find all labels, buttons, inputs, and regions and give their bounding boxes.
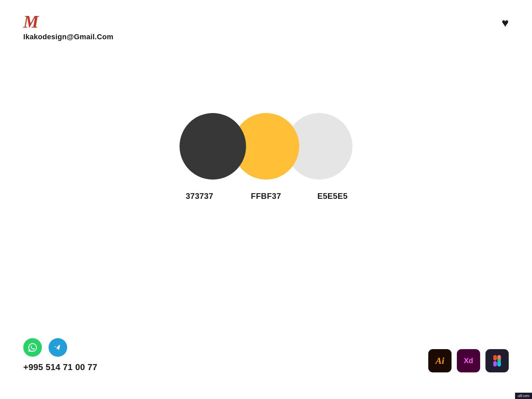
color-labels: 373737 FFBF37 E5E5E5 bbox=[166, 192, 366, 201]
email-address: Ikakodesign@Gmail.Com bbox=[23, 33, 113, 41]
whatsapp-icon[interactable] bbox=[23, 338, 42, 357]
gmail-m-icon: M bbox=[23, 13, 39, 31]
illustrator-label: Ai bbox=[436, 355, 444, 366]
social-icons bbox=[23, 338, 97, 357]
circles-row bbox=[180, 113, 352, 180]
phone-number: +995 514 71 00 77 bbox=[23, 362, 97, 372]
xd-label: Xd bbox=[464, 356, 473, 365]
watermark: ui8.com bbox=[515, 393, 532, 399]
telegram-icon[interactable] bbox=[49, 338, 67, 357]
svg-rect-0 bbox=[493, 355, 497, 361]
svg-point-4 bbox=[497, 359, 501, 363]
color-label-yellow: FFBF37 bbox=[233, 192, 299, 201]
tool-icons: Ai Xd bbox=[428, 349, 509, 372]
bottom-left: +995 514 71 00 77 bbox=[23, 338, 97, 372]
color-label-dark: 373737 bbox=[166, 192, 233, 201]
illustrator-icon: Ai bbox=[428, 349, 452, 372]
header: M Ikakodesign@Gmail.Com bbox=[23, 13, 113, 41]
color-circle-dark bbox=[180, 113, 246, 180]
svg-rect-2 bbox=[493, 361, 497, 367]
color-label-light: E5E5E5 bbox=[299, 192, 366, 201]
color-palette: 373737 FFBF37 E5E5E5 bbox=[166, 113, 366, 201]
gmail-logo: M bbox=[23, 13, 113, 31]
heart-icon[interactable]: ♥ bbox=[502, 16, 509, 30]
xd-icon: Xd bbox=[457, 349, 480, 372]
figma-icon bbox=[485, 349, 509, 372]
